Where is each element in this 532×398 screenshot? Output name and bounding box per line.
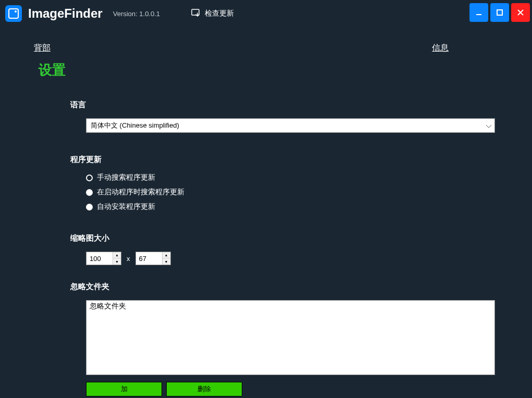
- update-icon: [191, 9, 202, 18]
- close-icon: [517, 9, 524, 16]
- ignore-list-header: 忽略文件夹: [90, 302, 491, 311]
- x-label: x: [127, 255, 130, 263]
- nav-row: 背部 信息: [0, 27, 532, 54]
- titlebar: ImageFinder Version: 1.0.0.1 检查更新: [0, 0, 532, 27]
- thumbnail-label: 缩略图大小: [70, 233, 532, 243]
- info-link[interactable]: 信息: [432, 43, 449, 54]
- radio-icon: [86, 189, 93, 196]
- add-button[interactable]: 加: [86, 382, 162, 396]
- radio-label-on-start: 在启动程序时搜索程序更新: [97, 188, 184, 197]
- thumb-width-input[interactable]: [86, 252, 113, 265]
- minimize-icon: [475, 9, 482, 16]
- updates-radio-group: 手动搜索程序更新 在启动程序时搜索程序更新 自动安装程序更新: [86, 173, 532, 212]
- minimize-button[interactable]: [469, 3, 488, 22]
- ignore-label: 忽略文件夹: [70, 282, 532, 292]
- chevron-down-icon: [486, 122, 491, 130]
- thumb-width-down[interactable]: ▼: [113, 258, 121, 265]
- language-selected-value: 简体中文 (Chinese simplified): [91, 121, 179, 130]
- ignore-folders-list[interactable]: 忽略文件夹: [86, 300, 495, 375]
- close-button[interactable]: [511, 3, 530, 22]
- back-link[interactable]: 背部: [34, 43, 51, 54]
- svg-rect-2: [497, 10, 502, 15]
- check-update-link[interactable]: 检查更新: [191, 9, 234, 18]
- check-update-label: 检查更新: [205, 9, 234, 18]
- language-label: 语言: [70, 100, 532, 110]
- window-controls: [469, 3, 530, 22]
- page-heading: 设置: [0, 54, 532, 79]
- thumb-height-input[interactable]: [136, 252, 162, 265]
- maximize-button[interactable]: [490, 3, 509, 22]
- app-title: ImageFinder: [28, 6, 103, 21]
- thumb-height-up[interactable]: ▲: [163, 252, 170, 258]
- radio-label-manual: 手动搜索程序更新: [97, 173, 155, 182]
- radio-on-start-update[interactable]: 在启动程序时搜索程序更新: [86, 188, 532, 197]
- thumb-height-down[interactable]: ▼: [163, 258, 170, 265]
- radio-icon: [86, 204, 93, 210]
- thumb-height-spinner: ▲ ▼: [135, 252, 171, 265]
- maximize-icon: [496, 9, 503, 16]
- updates-label: 程序更新: [70, 155, 532, 165]
- thumb-width-spinner: ▲ ▼: [86, 252, 121, 265]
- app-version: Version: 1.0.0.1: [113, 10, 160, 18]
- settings-content: 语言 简体中文 (Chinese simplified) 程序更新 手动搜索程序…: [0, 79, 532, 396]
- radio-label-auto: 自动安装程序更新: [97, 202, 155, 212]
- ignore-buttons-row: 加 删除: [86, 382, 532, 396]
- delete-button[interactable]: 删除: [166, 382, 242, 396]
- radio-icon: [86, 175, 93, 181]
- thumb-width-up[interactable]: ▲: [113, 252, 121, 258]
- radio-manual-update[interactable]: 手动搜索程序更新: [86, 173, 532, 182]
- app-logo-icon: [5, 5, 22, 22]
- svg-rect-0: [192, 9, 199, 15]
- language-select[interactable]: 简体中文 (Chinese simplified): [86, 118, 495, 133]
- thumbnail-size-row: ▲ ▼ x ▲ ▼: [86, 252, 532, 265]
- radio-auto-update[interactable]: 自动安装程序更新: [86, 202, 532, 212]
